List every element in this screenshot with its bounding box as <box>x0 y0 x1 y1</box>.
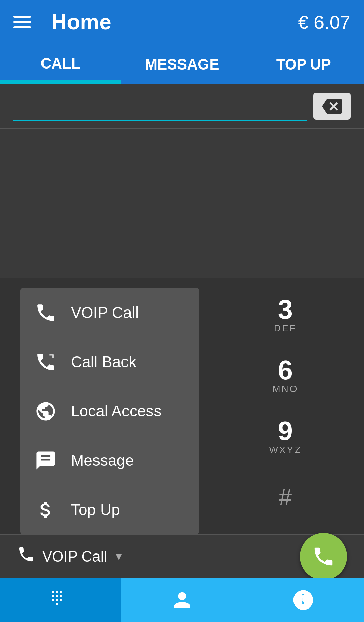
topup-icon <box>34 498 57 521</box>
tab-call[interactable]: CALL <box>0 44 121 84</box>
globe-icon <box>34 399 57 423</box>
header: Home € 6.07 <box>0 0 364 44</box>
page-title: Home <box>51 9 111 34</box>
nav-item-history[interactable] <box>243 578 364 622</box>
key-3[interactable]: 3 DEF <box>234 285 337 345</box>
history-icon <box>291 588 315 612</box>
main-content: 1 2 ABC 3 DEF 4 GHI 5 JKL 6 MNO 7 PQRS <box>0 84 364 578</box>
dropdown-item-call-back[interactable]: Call Back <box>20 337 199 386</box>
key-6[interactable]: 6 MNO <box>234 345 337 406</box>
nav-item-dialpad[interactable] <box>0 578 121 622</box>
dropdown-arrow-icon: ▼ <box>114 551 124 562</box>
call-type-selector[interactable]: VOIP Call ▼ <box>17 545 124 568</box>
dropdown-item-voip-call[interactable]: VOIP Call <box>20 288 199 337</box>
nav-item-contacts[interactable] <box>121 578 243 622</box>
backspace-icon <box>322 96 342 116</box>
message-icon <box>34 449 57 472</box>
dropdown-item-local-access[interactable]: Local Access <box>20 386 199 436</box>
call-button[interactable] <box>300 533 347 580</box>
dial-input[interactable] <box>13 91 307 121</box>
callback-icon <box>34 350 57 374</box>
contacts-icon <box>170 588 194 612</box>
call-type-dropdown: VOIP Call Call Back Local Access Message <box>20 288 199 534</box>
menu-icon[interactable] <box>13 16 31 28</box>
voip-call-icon <box>34 301 57 324</box>
key-hash[interactable]: # <box>234 467 337 528</box>
spacer <box>0 129 364 278</box>
backspace-button[interactable] <box>313 93 351 120</box>
call-button-icon <box>312 545 335 568</box>
tab-message[interactable]: MESSAGE <box>121 44 243 84</box>
key-9[interactable]: 9 WXYZ <box>234 406 337 467</box>
tab-topup[interactable]: TOP UP <box>243 44 364 84</box>
phone-icon <box>17 545 35 568</box>
nav-bar <box>0 578 364 622</box>
dropdown-item-top-up[interactable]: Top Up <box>20 485 199 534</box>
dialpad-icon <box>49 588 73 612</box>
tab-bar: CALL MESSAGE TOP UP <box>0 44 364 84</box>
dial-input-area <box>0 84 364 129</box>
call-type-label: VOIP Call <box>42 548 107 565</box>
bottom-bar: VOIP Call ▼ <box>0 534 364 578</box>
dropdown-item-message[interactable]: Message <box>20 436 199 485</box>
balance-display: € 6.07 <box>298 11 351 33</box>
